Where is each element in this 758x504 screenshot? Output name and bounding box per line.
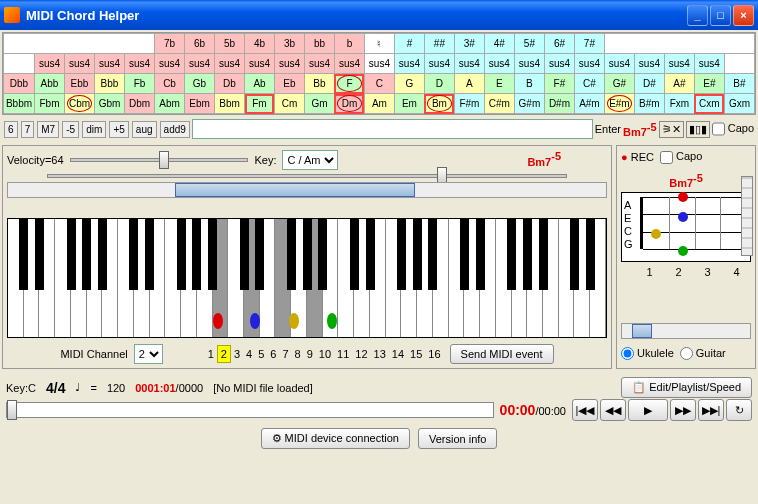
sus4-cell[interactable]: sus4 — [245, 54, 275, 74]
channel-number[interactable]: 2 — [217, 345, 231, 363]
chord-cell-minor[interactable]: Cxm — [694, 94, 724, 114]
channel-number[interactable]: 10 — [316, 346, 334, 362]
white-key[interactable] — [370, 219, 386, 337]
white-key[interactable] — [354, 219, 370, 337]
chord-cell-major[interactable]: Fb — [125, 74, 155, 94]
chord-cell-major[interactable]: D# — [634, 74, 664, 94]
chord-cell-minor[interactable]: Bbm — [215, 94, 245, 114]
white-key[interactable] — [543, 219, 559, 337]
chord-cell-major[interactable]: C# — [574, 74, 604, 94]
sus4-cell[interactable]: sus4 — [364, 54, 394, 74]
sus4-cell[interactable]: sus4 — [574, 54, 604, 74]
sus4-cell[interactable]: sus4 — [634, 54, 664, 74]
channel-number[interactable]: 13 — [371, 346, 389, 362]
white-key[interactable] — [496, 219, 512, 337]
rewind-button[interactable]: ◀◀ — [600, 399, 626, 421]
channel-number[interactable]: 15 — [407, 346, 425, 362]
white-key[interactable] — [307, 219, 323, 337]
sus4-cell[interactable]: sus4 — [215, 54, 245, 74]
suffix-button[interactable]: 6 — [4, 121, 18, 138]
velocity-slider[interactable] — [70, 158, 249, 162]
chord-cell-major[interactable]: B — [514, 74, 544, 94]
accidental-cell[interactable]: 6b — [185, 34, 215, 54]
chord-cell-major[interactable]: B# — [724, 74, 754, 94]
guitar-radio[interactable]: Guitar — [680, 347, 726, 361]
channel-number[interactable]: 6 — [267, 346, 279, 362]
chord-cell-major[interactable]: E# — [694, 74, 724, 94]
sus4-cell[interactable]: sus4 — [514, 54, 544, 74]
white-key[interactable] — [87, 219, 103, 337]
chord-cell-minor[interactable]: Dbm — [125, 94, 155, 114]
chord-cell-major[interactable]: C — [364, 74, 394, 94]
sus4-cell[interactable]: sus4 — [664, 54, 694, 74]
chord-cell-minor[interactable]: Em — [394, 94, 424, 114]
chord-cell-minor[interactable]: E#m — [604, 94, 634, 114]
accidental-cell[interactable]: # — [394, 34, 424, 54]
white-key[interactable] — [386, 219, 402, 337]
key-select[interactable]: C / Am — [282, 150, 338, 170]
midi-connection-button[interactable]: ⚙ MIDI device connection — [261, 428, 410, 449]
chord-cell-minor[interactable]: Bm — [424, 94, 454, 114]
piano-keyboard[interactable] — [7, 218, 607, 338]
chord-cell-major[interactable]: Abb — [35, 74, 65, 94]
sus4-cell[interactable]: sus4 — [94, 54, 124, 74]
suffix-button[interactable]: dim — [82, 121, 106, 138]
piano-scrollbar[interactable] — [7, 182, 607, 198]
chord-cell-minor[interactable]: Gm — [304, 94, 334, 114]
maximize-button[interactable]: □ — [710, 5, 731, 26]
white-key[interactable] — [480, 219, 496, 337]
sus4-cell[interactable]: sus4 — [64, 54, 94, 74]
sus4-cell[interactable]: sus4 — [484, 54, 514, 74]
capo-checkbox-top[interactable]: Capo — [712, 119, 754, 139]
accidental-cell[interactable]: 4# — [484, 34, 514, 54]
chord-cell-major[interactable]: F — [334, 74, 364, 94]
sus4-cell[interactable]: sus4 — [424, 54, 454, 74]
suffix-button[interactable]: add9 — [160, 121, 190, 138]
white-key[interactable] — [55, 219, 71, 337]
channel-number[interactable]: 9 — [304, 346, 316, 362]
chord-input[interactable] — [192, 119, 593, 139]
accidental-cell[interactable]: 5# — [514, 34, 544, 54]
chord-cell-minor[interactable]: C#m — [484, 94, 514, 114]
chord-cell-minor[interactable]: Cbm — [64, 94, 94, 114]
sus4-cell[interactable]: sus4 — [125, 54, 155, 74]
sus4-cell[interactable]: sus4 — [274, 54, 304, 74]
edit-playlist-button[interactable]: 📋 Edit/Playlist/Speed — [621, 377, 752, 398]
white-key[interactable] — [512, 219, 528, 337]
keyboard-icon[interactable]: ▮▯▮ — [686, 121, 710, 138]
white-key[interactable] — [8, 219, 24, 337]
chord-cell-major[interactable]: Ebb — [64, 74, 94, 94]
suffix-button[interactable]: 7 — [21, 121, 35, 138]
sus4-cell[interactable]: sus4 — [694, 54, 724, 74]
white-key[interactable] — [338, 219, 354, 337]
channel-number[interactable]: 16 — [425, 346, 443, 362]
channel-number[interactable]: 3 — [231, 346, 243, 362]
accidental-cell[interactable]: 3# — [454, 34, 484, 54]
suffix-button[interactable]: aug — [132, 121, 157, 138]
chord-cell-major[interactable]: Ab — [245, 74, 275, 94]
minimize-button[interactable]: _ — [687, 5, 708, 26]
chord-cell-minor[interactable]: D#m — [544, 94, 574, 114]
suffix-button[interactable]: -5 — [62, 121, 79, 138]
suffix-button[interactable]: M7 — [37, 121, 59, 138]
chord-cell-minor[interactable]: Cm — [274, 94, 304, 114]
channel-number[interactable]: 7 — [279, 346, 291, 362]
chord-cell-major[interactable]: F# — [544, 74, 574, 94]
chord-cell-major[interactable]: Dbb — [4, 74, 35, 94]
white-key[interactable] — [118, 219, 134, 337]
chord-cell-major[interactable]: A — [454, 74, 484, 94]
channel-number[interactable]: 5 — [255, 346, 267, 362]
white-key[interactable] — [228, 219, 244, 337]
chord-cell-major[interactable]: Gb — [185, 74, 215, 94]
chord-cell-minor[interactable]: Abm — [155, 94, 185, 114]
white-key[interactable] — [24, 219, 40, 337]
channel-number[interactable]: 8 — [292, 346, 304, 362]
white-key[interactable] — [559, 219, 575, 337]
chord-cell-major[interactable]: Cb — [155, 74, 185, 94]
white-key[interactable] — [102, 219, 118, 337]
accidental-cell[interactable]: 3b — [274, 34, 304, 54]
accidental-cell[interactable]: 7b — [155, 34, 185, 54]
white-key[interactable] — [417, 219, 433, 337]
accidental-cell[interactable]: b — [334, 34, 364, 54]
chord-cell-minor[interactable]: Bbbm — [4, 94, 35, 114]
